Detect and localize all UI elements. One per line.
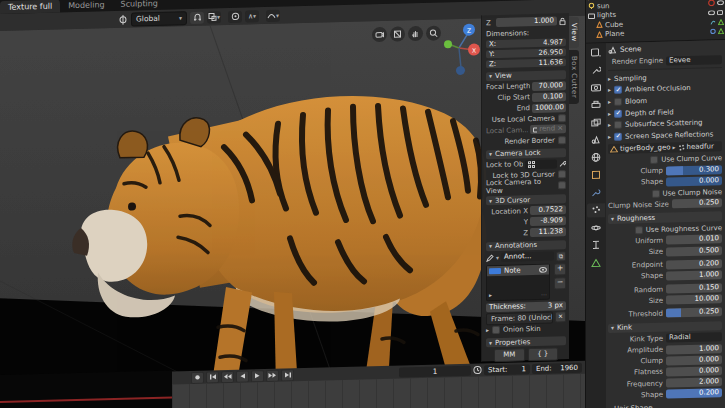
render-border-checkbox[interactable]: [558, 136, 566, 144]
section-ambient-occlusion[interactable]: ▸Ambient Occlusion: [608, 83, 722, 96]
scale-z-field[interactable]: 1.000: [496, 16, 557, 27]
focal-length-field[interactable]: 70.000: [532, 81, 566, 91]
roughness-uniform-field[interactable]: 0.010: [666, 234, 722, 244]
use-clump-noise-checkbox[interactable]: [652, 189, 660, 197]
tab-modifiers[interactable]: [587, 185, 605, 199]
dimension-y-field[interactable]: Y:26.950: [486, 48, 566, 58]
tiger-model[interactable]: [28, 48, 508, 378]
kink-type-dropdown[interactable]: Radial: [666, 332, 722, 342]
tab-render[interactable]: [587, 80, 605, 94]
add-layer-button[interactable]: +: [554, 263, 566, 275]
jump-to-end-button[interactable]: [281, 369, 294, 381]
cursor-y-field[interactable]: -8.909: [530, 216, 566, 226]
tab-view-layer[interactable]: [587, 115, 605, 129]
editor-type-dropdown[interactable]: [587, 45, 605, 59]
lock-icon[interactable]: [559, 17, 566, 25]
annotation-datablock-field[interactable]: Annot...: [501, 252, 554, 262]
section-bloom[interactable]: ▸Bloom: [608, 94, 722, 107]
tab-object-data[interactable]: [587, 255, 605, 269]
clip-start-field[interactable]: 0.100: [532, 92, 566, 102]
frame-end-field[interactable]: End:1960: [532, 362, 582, 373]
subsurface-scattering-checkbox[interactable]: [614, 121, 622, 129]
eyedropper-icon[interactable]: [559, 159, 566, 167]
clump-noise-size-field[interactable]: 0.250: [672, 198, 722, 208]
frame-start-field[interactable]: Start:1: [484, 364, 530, 375]
hide-eye-icon[interactable]: [717, 0, 724, 5]
annotation-pencil-icon[interactable]: [486, 254, 494, 262]
tab-object[interactable]: [587, 168, 605, 182]
proportional-falloff-dropdown[interactable]: ∧▾: [245, 10, 259, 22]
tab-scene[interactable]: [587, 133, 605, 147]
roughness-uniform-size-field[interactable]: 0.500: [666, 246, 722, 256]
annotation-copy-button[interactable]: ⧉: [556, 251, 566, 261]
record-button[interactable]: [191, 371, 204, 383]
cursor-z-field[interactable]: 11.238: [530, 227, 566, 237]
properties-section-header[interactable]: ▾Properties: [486, 337, 566, 348]
lock-to-3d-cursor-checkbox[interactable]: [558, 170, 566, 178]
layer-color-chip[interactable]: [489, 268, 501, 274]
use-local-camera-checkbox[interactable]: [558, 114, 566, 122]
onion-skin-checkbox[interactable]: [492, 326, 500, 334]
kink-shape-slider[interactable]: 0.200: [666, 388, 722, 398]
kink-amplitude-field[interactable]: 1.000: [666, 344, 722, 354]
use-clump-curve-checkbox[interactable]: [650, 156, 658, 164]
lock-object-field[interactable]: [525, 159, 557, 169]
use-roughness-curve-checkbox[interactable]: [635, 226, 643, 234]
tab-view[interactable]: View: [569, 17, 579, 48]
thickness-slider[interactable]: Thickness:3 px: [486, 301, 566, 312]
roughness-section-header[interactable]: ▾Roughness: [608, 212, 722, 225]
local-camera-field[interactable]: rend✕: [530, 125, 566, 135]
gizmo-dropdown[interactable]: ▾: [266, 9, 280, 21]
braces-button[interactable]: { }: [528, 347, 559, 361]
roughness-random-field[interactable]: 0.150: [666, 283, 722, 293]
ambient-occlusion-checkbox[interactable]: [614, 86, 622, 94]
tab-particles[interactable]: [587, 203, 605, 217]
annotation-layer-list[interactable]: Note ▸⋯: [486, 263, 550, 301]
clump-slider[interactable]: 0.300: [666, 165, 722, 175]
lock-camera-to-view-checkbox[interactable]: [558, 182, 566, 190]
roughness-endpoint-field[interactable]: 0.200: [666, 259, 722, 269]
cursor-section-header[interactable]: ▾3D Cursor: [486, 195, 566, 206]
section-depth-of-field[interactable]: ▸Depth of Field: [608, 106, 722, 119]
annotation-frame-button[interactable]: Frame: 80 (Unlock...: [486, 311, 553, 325]
clump-shape-slider[interactable]: 0.000: [666, 176, 722, 186]
kink-clump-field[interactable]: 0.000: [666, 355, 722, 365]
layer-visibility-eye-icon[interactable]: [539, 266, 547, 272]
hair-shape-section-header[interactable]: ▸Hair Shape: [608, 401, 722, 408]
tab-physics[interactable]: [587, 220, 605, 234]
tab-world[interactable]: [587, 150, 605, 164]
tab-box-cutter[interactable]: Box Cutter: [569, 49, 579, 104]
particle-object-name[interactable]: tigerBody_geo: [620, 144, 671, 153]
annotations-section-header[interactable]: ▾Annotations: [486, 240, 566, 251]
restrict-render-icon[interactable]: [708, 0, 715, 7]
axis-gizmo[interactable]: Z X: [441, 21, 481, 80]
bloom-checkbox[interactable]: [614, 98, 622, 106]
play-button[interactable]: [251, 370, 264, 382]
kink-frequency-field[interactable]: 2.000: [666, 377, 722, 387]
play-reverse-button[interactable]: [236, 370, 249, 382]
remove-layer-button[interactable]: −: [554, 277, 566, 289]
tab-output[interactable]: [587, 98, 605, 112]
camera-lock-section-header[interactable]: ▾Camera Lock: [486, 148, 566, 159]
proportional-editing-icon[interactable]: [228, 10, 242, 22]
mm-button[interactable]: MM: [494, 348, 525, 362]
frame-clear-button[interactable]: ✕: [555, 311, 566, 322]
next-keyframe-button[interactable]: [266, 369, 279, 381]
clip-end-field[interactable]: 1000.00: [532, 103, 566, 113]
tab-tool[interactable]: [587, 63, 605, 77]
jump-to-start-button[interactable]: [206, 371, 219, 383]
dimension-x-field[interactable]: X:4.987: [486, 38, 566, 48]
roughness-shape-field[interactable]: 1.000: [666, 270, 722, 280]
dimension-z-field[interactable]: Z:11.636: [486, 58, 566, 68]
disable-camera-icon[interactable]: [717, 10, 724, 15]
section-sampling[interactable]: ▸Sampling: [608, 71, 722, 84]
section-screen-space-reflections[interactable]: ▸Screen Space Reflections: [608, 129, 722, 142]
tab-constraints[interactable]: [587, 238, 605, 252]
kink-flatness-field[interactable]: 0.000: [666, 366, 722, 376]
render-engine-dropdown[interactable]: Eevee: [666, 55, 722, 65]
current-frame-field[interactable]: 1: [399, 365, 471, 377]
roughness-threshold-slider[interactable]: 0.250: [666, 308, 722, 318]
transform-pivot-icon[interactable]: [118, 14, 128, 24]
snap-magnet-icon[interactable]: [190, 11, 204, 23]
kink-section-header[interactable]: ▾Kink: [608, 321, 722, 334]
